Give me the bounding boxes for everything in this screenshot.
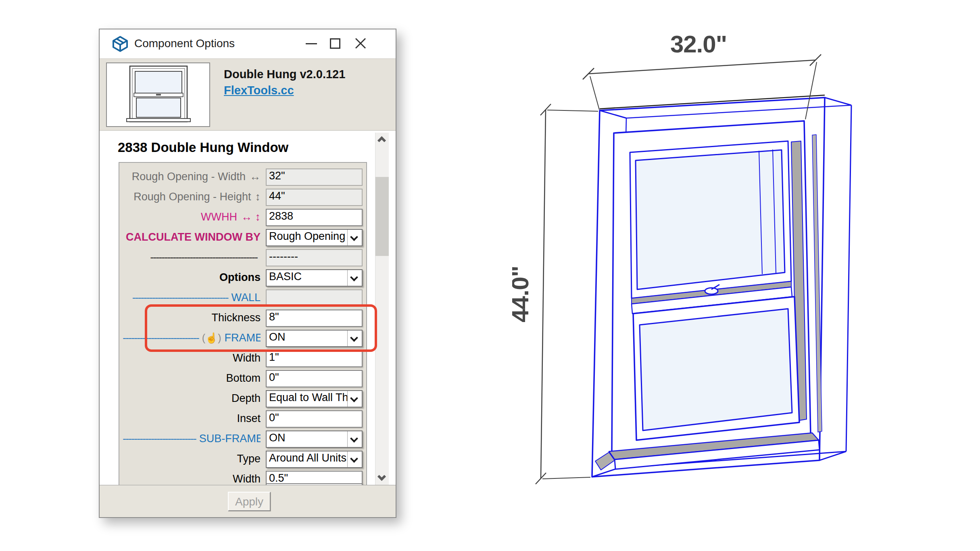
row-input[interactable] xyxy=(266,289,363,307)
row-input[interactable]: 1" xyxy=(266,350,363,367)
form-row: Inset 0" xyxy=(119,410,366,428)
component-name: Double Hung v2.0.121 xyxy=(224,68,345,81)
maximize-button[interactable] xyxy=(323,29,348,56)
row-label: Bottom xyxy=(123,370,261,387)
row-input[interactable]: 0" xyxy=(266,370,363,387)
row-select[interactable]: ON xyxy=(266,430,363,448)
row-input[interactable]: -------- xyxy=(266,249,363,266)
sketchup-logo-icon xyxy=(112,35,129,52)
close-icon xyxy=(354,37,367,50)
component-options-dialog: Component Options Double Hung v2.0.121 F… xyxy=(99,29,396,518)
row-label: Width xyxy=(123,350,261,367)
row-label: ---------------------------(☝)FRAME xyxy=(123,330,261,347)
form-row: Options BASIC xyxy=(119,269,366,287)
row-label: -------------------------------------- xyxy=(123,249,261,266)
row-label: Depth xyxy=(123,390,261,408)
options-form: Rough Opening - Width↔ 32" Rough Opening… xyxy=(119,162,367,487)
width-dimension-label: 32.0" xyxy=(670,31,727,58)
window-preview-drawing xyxy=(107,63,209,126)
form-row: WWHH↔ ↕ 2838 xyxy=(119,209,366,226)
row-label: --------------------------SUB-FRAME xyxy=(123,430,261,448)
scroll-down-button[interactable] xyxy=(375,471,389,486)
dropdown-chevron-icon[interactable] xyxy=(347,270,362,286)
dropdown-chevron-icon[interactable] xyxy=(347,451,362,467)
flextools-link[interactable]: FlexTools.cc xyxy=(224,84,294,97)
scrollbar[interactable] xyxy=(375,133,389,486)
chevron-down-icon xyxy=(377,472,386,481)
options-heading: 2838 Double Hung Window xyxy=(118,140,288,155)
form-row: CALCULATE WINDOW BY Rough Opening - xyxy=(119,229,366,246)
form-row: --------------------------SUB-FRAME ON xyxy=(119,430,366,448)
dropdown-chevron-icon[interactable] xyxy=(347,331,362,346)
apply-button[interactable]: Apply xyxy=(228,492,271,511)
row-label: CALCULATE WINDOW BY xyxy=(123,229,261,246)
dropdown-chevron-icon[interactable] xyxy=(347,431,362,447)
row-select[interactable]: ON xyxy=(266,330,363,347)
row-input[interactable]: 44" xyxy=(266,189,363,206)
row-label: WWHH↔ ↕ xyxy=(123,209,261,226)
row-label: Rough Opening - Height↕ xyxy=(123,189,261,206)
row-select[interactable]: Equal to Wall Thic xyxy=(266,390,363,408)
row-input[interactable]: 32" xyxy=(266,168,363,186)
row-select[interactable]: Rough Opening - xyxy=(266,229,363,246)
row-input[interactable]: 0" xyxy=(266,410,363,428)
component-preview-thumbnail xyxy=(106,62,210,127)
window-title: Component Options xyxy=(134,37,235,50)
form-row: ----------------------------------WALL xyxy=(119,289,366,307)
form-row: Rough Opening - Height↕ 44" xyxy=(119,189,366,206)
apply-bar: Apply xyxy=(100,485,396,517)
form-row: Type Around All Units xyxy=(119,451,366,468)
maximize-icon xyxy=(330,38,340,49)
options-scroll-area: 2838 Double Hung Window Rough Opening - … xyxy=(100,131,396,487)
dropdown-chevron-icon[interactable] xyxy=(347,391,362,407)
row-label: Thickness xyxy=(123,310,261,327)
minimize-button[interactable] xyxy=(299,29,324,56)
component-header: Double Hung v2.0.121 FlexTools.cc xyxy=(100,58,396,131)
form-row: ---------------------------(☝)FRAME ON xyxy=(119,330,366,347)
dropdown-chevron-icon[interactable] xyxy=(347,230,362,245)
row-select[interactable]: Around All Units xyxy=(266,451,363,468)
form-row: Rough Opening - Width↔ 32" xyxy=(119,168,366,186)
row-label: ----------------------------------WALL xyxy=(123,289,261,307)
form-row: Depth Equal to Wall Thic xyxy=(119,390,366,408)
chevron-up-icon xyxy=(377,136,386,145)
row-input[interactable]: 8" xyxy=(266,310,363,327)
scrollbar-thumb[interactable] xyxy=(375,177,389,256)
pointer-hand-icon: (☝) xyxy=(202,332,221,343)
row-input[interactable]: 2838 xyxy=(266,209,363,226)
row-label: Inset xyxy=(123,410,261,428)
height-dimension-label: 44.0" xyxy=(512,266,534,322)
form-row: -------------------------------------- -… xyxy=(119,249,366,266)
row-label: Rough Opening - Width↔ xyxy=(123,168,261,186)
row-label: Options xyxy=(123,269,261,287)
form-row: Width 1" xyxy=(119,350,366,367)
row-label: Type xyxy=(123,451,261,468)
form-row: Bottom 0" xyxy=(119,370,366,387)
titlebar[interactable]: Component Options xyxy=(100,29,396,58)
scroll-up-button[interactable] xyxy=(375,133,389,147)
row-select[interactable]: BASIC xyxy=(266,269,363,287)
close-button[interactable] xyxy=(348,29,373,56)
minimize-icon xyxy=(306,43,317,44)
window-3d-drawing: 32.0" 44.0" xyxy=(512,12,879,540)
form-row: Thickness 8" xyxy=(119,310,366,327)
